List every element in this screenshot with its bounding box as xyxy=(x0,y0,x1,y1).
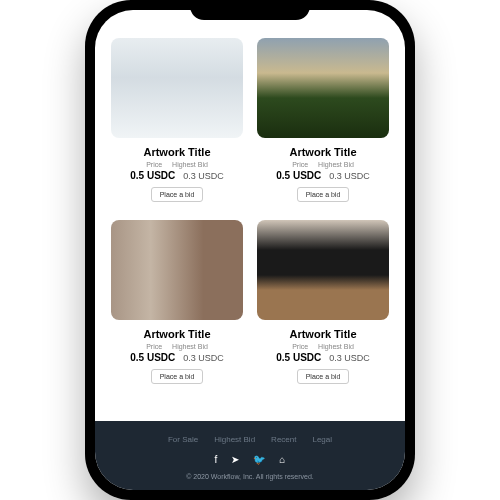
place-bid-button[interactable]: Place a bid xyxy=(297,187,350,202)
artwork-card: Artwork Title PriceHighest Bid 0.5 USDC0… xyxy=(111,220,243,384)
price-label: Price xyxy=(146,161,162,168)
price-labels: PriceHighest Bid xyxy=(292,343,354,350)
footer-link-legal[interactable]: Legal xyxy=(312,435,332,444)
copyright: © 2020 Workflow, Inc. All rights reserve… xyxy=(95,473,405,480)
phone-screen: Artwork Title PriceHighest Bid 0.5 USDC0… xyxy=(95,10,405,490)
artwork-grid: Artwork Title PriceHighest Bid 0.5 USDC0… xyxy=(111,38,389,384)
footer-link-highestbid[interactable]: Highest Bid xyxy=(214,435,255,444)
place-bid-button[interactable]: Place a bid xyxy=(151,369,204,384)
price-label: Price xyxy=(292,343,308,350)
footer: For Sale Highest Bid Recent Legal f ➤ 🐦 … xyxy=(95,421,405,490)
price-labels: PriceHighest Bid xyxy=(146,161,208,168)
artwork-title: Artwork Title xyxy=(143,328,210,340)
artwork-card: Artwork Title PriceHighest Bid 0.5 USDC0… xyxy=(257,220,389,384)
artwork-title: Artwork Title xyxy=(143,146,210,158)
bid-label: Highest Bid xyxy=(318,161,354,168)
price-labels: PriceHighest Bid xyxy=(292,161,354,168)
bid-value: 0.3 USDC xyxy=(183,353,224,363)
footer-link-recent[interactable]: Recent xyxy=(271,435,296,444)
phone-frame: Artwork Title PriceHighest Bid 0.5 USDC0… xyxy=(85,0,415,500)
bid-value: 0.3 USDC xyxy=(329,171,370,181)
artwork-title: Artwork Title xyxy=(289,328,356,340)
price-label: Price xyxy=(146,343,162,350)
artwork-title: Artwork Title xyxy=(289,146,356,158)
artwork-card: Artwork Title PriceHighest Bid 0.5 USDC0… xyxy=(111,38,243,202)
bid-value: 0.3 USDC xyxy=(329,353,370,363)
twitter-icon[interactable]: 🐦 xyxy=(253,454,265,465)
artwork-image[interactable] xyxy=(257,220,389,320)
price-label: Price xyxy=(292,161,308,168)
bid-value: 0.3 USDC xyxy=(183,171,224,181)
bid-label: Highest Bid xyxy=(172,161,208,168)
artwork-image[interactable] xyxy=(257,38,389,138)
content-area: Artwork Title PriceHighest Bid 0.5 USDC0… xyxy=(95,10,405,421)
price-labels: PriceHighest Bid xyxy=(146,343,208,350)
footer-link-forsale[interactable]: For Sale xyxy=(168,435,198,444)
github-icon[interactable]: ⌂ xyxy=(279,454,285,465)
artwork-image[interactable] xyxy=(111,38,243,138)
bid-label: Highest Bid xyxy=(172,343,208,350)
price-value: 0.5 USDC xyxy=(130,170,175,181)
price-values: 0.5 USDC0.3 USDC xyxy=(276,352,370,363)
price-value: 0.5 USDC xyxy=(276,170,321,181)
facebook-icon[interactable]: f xyxy=(215,454,218,465)
footer-links: For Sale Highest Bid Recent Legal xyxy=(95,435,405,444)
telegram-icon[interactable]: ➤ xyxy=(231,454,239,465)
social-icons: f ➤ 🐦 ⌂ xyxy=(95,454,405,465)
price-values: 0.5 USDC0.3 USDC xyxy=(130,170,224,181)
bid-label: Highest Bid xyxy=(318,343,354,350)
artwork-image[interactable] xyxy=(111,220,243,320)
price-value: 0.5 USDC xyxy=(276,352,321,363)
phone-notch xyxy=(190,0,310,20)
price-values: 0.5 USDC0.3 USDC xyxy=(276,170,370,181)
price-value: 0.5 USDC xyxy=(130,352,175,363)
price-values: 0.5 USDC0.3 USDC xyxy=(130,352,224,363)
artwork-card: Artwork Title PriceHighest Bid 0.5 USDC0… xyxy=(257,38,389,202)
place-bid-button[interactable]: Place a bid xyxy=(151,187,204,202)
place-bid-button[interactable]: Place a bid xyxy=(297,369,350,384)
